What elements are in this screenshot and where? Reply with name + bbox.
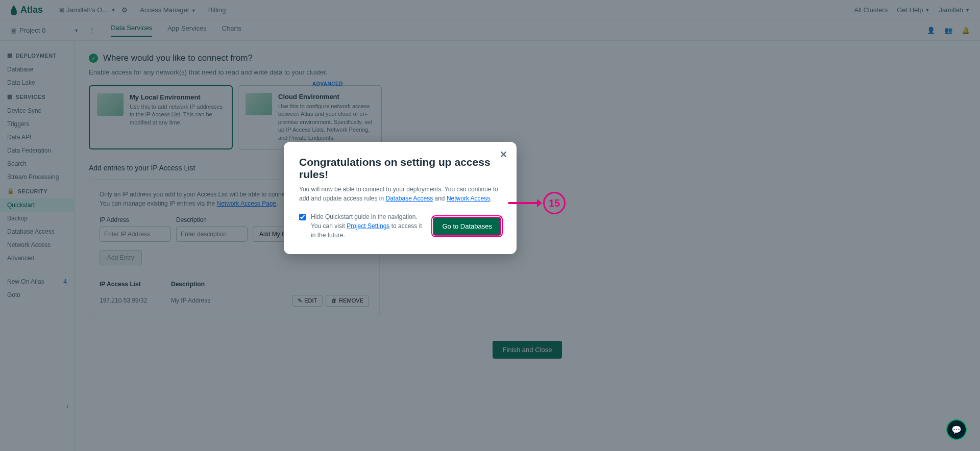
chat-fab[interactable]: 💬 [946, 419, 967, 440]
step-number-badge: 15 [543, 192, 566, 214]
database-access-link[interactable]: Database Access [385, 195, 433, 202]
step-annotation: 15 [508, 192, 566, 214]
network-access-link[interactable]: Network Access [447, 195, 490, 202]
congrats-modal: ✕ Congratulations on setting up access r… [284, 142, 517, 254]
arrow-icon [508, 202, 539, 204]
checkbox-label: Hide Quickstart guide in the navigation.… [311, 212, 428, 240]
hide-quickstart-checkbox[interactable] [299, 214, 306, 220]
close-icon[interactable]: ✕ [500, 149, 507, 160]
modal-title: Congratulations on setting up access rul… [299, 156, 501, 181]
go-to-databases-button[interactable]: Go to Databases [433, 217, 501, 236]
modal-body: You will now be able to connect to your … [299, 185, 501, 203]
chat-icon: 💬 [951, 425, 962, 435]
project-settings-link[interactable]: Project Settings [347, 222, 389, 230]
